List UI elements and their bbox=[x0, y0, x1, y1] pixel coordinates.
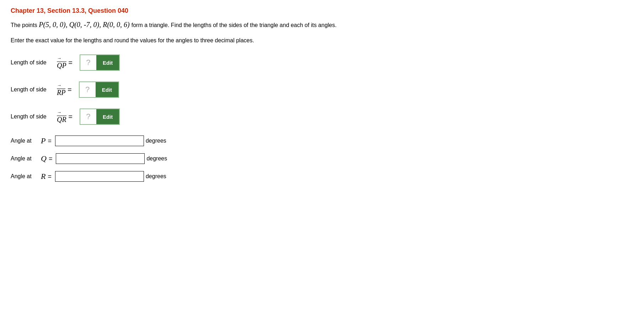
side-qr-row: Length of side QR = ? Edit bbox=[11, 108, 633, 125]
angle-q-input[interactable] bbox=[56, 153, 145, 164]
angle-p-label: Angle at bbox=[11, 138, 41, 144]
side-qp-answer-box: ? Edit bbox=[80, 54, 120, 71]
angle-q-degrees: degrees bbox=[146, 155, 167, 162]
vector-qp: QP bbox=[57, 57, 66, 69]
chapter-title: Chapter 13, Section 13.3, Question 040 bbox=[11, 7, 633, 15]
side-qp-math: QP = bbox=[57, 57, 76, 69]
angle-r-label: Angle at bbox=[11, 173, 41, 180]
angle-p-degrees: degrees bbox=[146, 138, 166, 144]
angle-p-input[interactable] bbox=[55, 136, 144, 146]
vector-rp: RP bbox=[57, 84, 65, 96]
side-qp-edit-button[interactable]: Edit bbox=[96, 55, 119, 70]
side-qr-answer-box: ? Edit bbox=[80, 108, 120, 125]
side-qr-placeholder: ? bbox=[80, 109, 96, 124]
side-rp-answer-box: ? Edit bbox=[79, 81, 119, 98]
problem-pre: The points bbox=[11, 22, 37, 28]
side-qr-edit-button[interactable]: Edit bbox=[96, 109, 119, 124]
angle-q-variable: Q bbox=[41, 154, 47, 163]
vector-qr: QR bbox=[57, 111, 66, 123]
angle-p-variable: P bbox=[41, 136, 45, 145]
angle-r-degrees: degrees bbox=[146, 173, 166, 180]
angle-q-label: Angle at bbox=[11, 155, 41, 162]
side-qr-label: Length of side bbox=[11, 113, 57, 120]
side-qp-row: Length of side QP = ? Edit bbox=[11, 54, 633, 71]
angle-r-input[interactable] bbox=[55, 171, 144, 182]
instruction: Enter the exact value for the lengths an… bbox=[11, 37, 633, 44]
side-rp-label: Length of side bbox=[11, 86, 57, 93]
problem-post: form a triangle. Find the lengths of the… bbox=[132, 22, 337, 28]
side-rp-placeholder: ? bbox=[80, 82, 96, 97]
side-rp-edit-button[interactable]: Edit bbox=[96, 82, 118, 97]
side-qp-placeholder: ? bbox=[80, 55, 96, 70]
angle-r-row: Angle at R = degrees bbox=[11, 171, 633, 182]
side-rp-row: Length of side RP = ? Edit bbox=[11, 81, 633, 98]
angle-r-variable: R bbox=[41, 172, 45, 181]
problem-statement: The points P(5, 0, 0), Q(0, -7, 0), R(0,… bbox=[11, 19, 633, 30]
math-points: P(5, 0, 0), Q(0, -7, 0), R(0, 0, 6) bbox=[39, 21, 132, 28]
angle-p-row: Angle at P = degrees bbox=[11, 136, 633, 146]
side-qp-label: Length of side bbox=[11, 59, 57, 66]
angle-q-row: Angle at Q = degrees bbox=[11, 153, 633, 164]
side-qr-math: QR = bbox=[57, 111, 76, 123]
fields-container: Length of side QP = ? Edit Length of sid… bbox=[11, 54, 633, 189]
side-rp-math: RP = bbox=[57, 84, 75, 96]
